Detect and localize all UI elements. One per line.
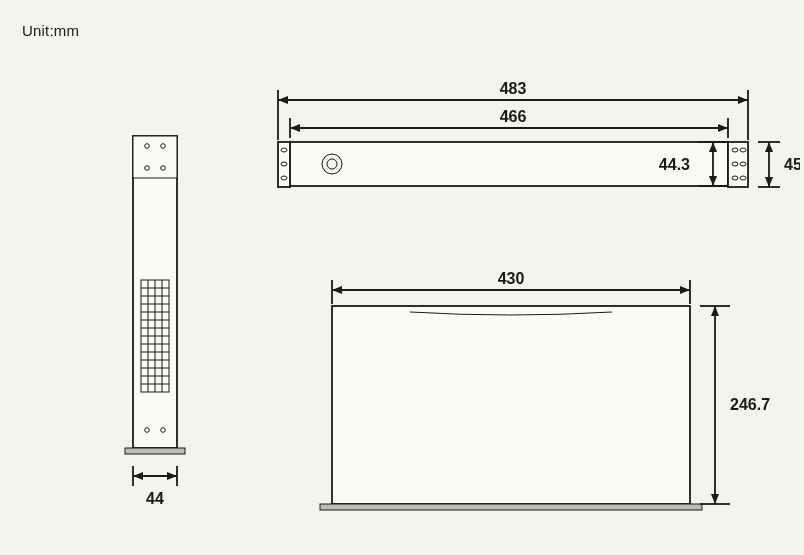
dim-ear-height: 45 <box>784 156 800 173</box>
svg-marker-39 <box>290 124 300 132</box>
front-view: 483 466 44.3 45 <box>260 80 800 220</box>
svg-marker-63 <box>765 142 773 152</box>
svg-marker-30 <box>167 472 177 480</box>
svg-marker-68 <box>332 286 342 294</box>
dim-side-depth: 44 <box>146 490 164 507</box>
svg-marker-75 <box>711 306 719 316</box>
svg-rect-25 <box>125 448 185 454</box>
dim-body-width: 466 <box>500 108 527 125</box>
svg-rect-70 <box>332 306 690 504</box>
svg-marker-34 <box>278 96 288 104</box>
svg-marker-76 <box>711 494 719 504</box>
svg-rect-1 <box>133 136 177 178</box>
svg-point-53 <box>322 154 342 174</box>
side-view: 44 <box>105 130 205 530</box>
top-view: 430 246.7 <box>290 270 800 550</box>
svg-marker-29 <box>133 472 143 480</box>
dim-front-height: 44.3 <box>659 156 690 173</box>
dim-top-width: 430 <box>498 270 525 287</box>
svg-rect-71 <box>320 504 702 510</box>
svg-marker-69 <box>680 286 690 294</box>
unit-label: Unit:mm <box>22 22 79 39</box>
svg-marker-64 <box>765 177 773 187</box>
dim-overall-width: 483 <box>500 80 527 97</box>
svg-marker-40 <box>718 124 728 132</box>
svg-marker-35 <box>738 96 748 104</box>
dim-top-depth: 246.7 <box>730 396 770 413</box>
